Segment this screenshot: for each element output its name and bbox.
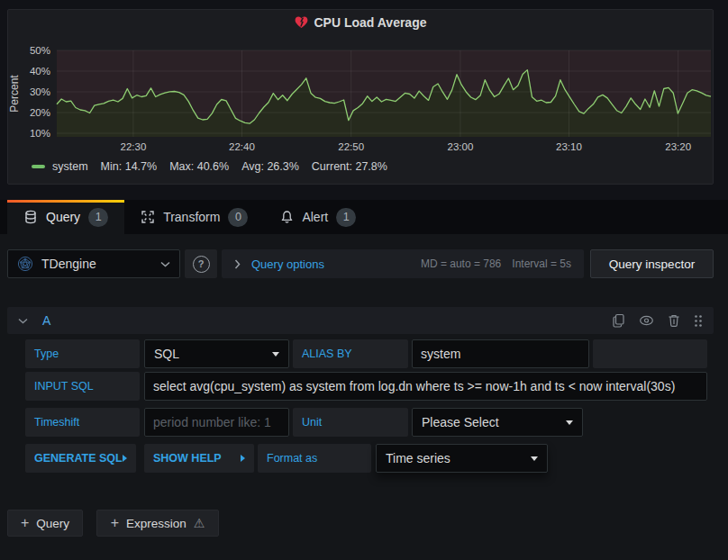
- format-as-label: Format as: [258, 444, 371, 473]
- show-help-label: SHOW HELP: [153, 452, 241, 465]
- unit-select[interactable]: Please Select: [412, 408, 583, 437]
- input-sql-field[interactable]: select avg(cpu_system) as system from lo…: [144, 372, 707, 401]
- input-sql-label: INPUT SQL: [25, 372, 140, 401]
- caret-down-icon: [272, 352, 279, 357]
- unit-label: Unit: [293, 408, 408, 437]
- svg-text:40%: 40%: [30, 66, 50, 77]
- editor-tabbar: Query 1 Transform 0 Alert 1: [0, 200, 728, 234]
- bell-icon: [280, 210, 294, 224]
- generate-sql-button[interactable]: GENERATE SQL: [25, 444, 136, 473]
- timeshift-input[interactable]: period number like: 1: [144, 408, 289, 437]
- timeshift-placeholder: period number like: 1: [153, 415, 271, 429]
- tab-query[interactable]: Query 1: [7, 200, 124, 234]
- type-select[interactable]: SQL: [144, 339, 289, 368]
- tab-label: Query: [46, 210, 80, 224]
- type-select-value: SQL: [154, 347, 272, 361]
- series-color-swatch[interactable]: [32, 165, 45, 168]
- datasource-name: TDengine: [41, 257, 152, 271]
- svg-text:22:50: 22:50: [338, 141, 364, 152]
- format-as-value: Time series: [386, 451, 531, 465]
- timeseries-chart[interactable]: 50%40%30%20%10%22:3022:4022:5023:0023:10…: [8, 35, 713, 156]
- svg-text:Percent: Percent: [8, 75, 21, 113]
- query-ref-id: A: [42, 313, 612, 328]
- cpu-load-panel: CPU Load Average 50%40%30%20%10%22:3022:…: [7, 9, 714, 185]
- svg-text:50%: 50%: [30, 45, 50, 56]
- arrow-right-icon: [123, 455, 127, 462]
- query-row-header[interactable]: A: [7, 307, 714, 334]
- input-sql-value: select avg(cpu_system) as system from lo…: [153, 379, 675, 393]
- transform-count-badge: 0: [228, 208, 248, 227]
- tab-transform[interactable]: Transform 0: [124, 200, 264, 234]
- plus-icon: +: [111, 516, 119, 530]
- query-inspector-button[interactable]: Query inspector: [590, 249, 714, 278]
- panel-title: CPU Load Average: [314, 15, 427, 30]
- legend-stat-current: Current: 27.8%: [312, 160, 387, 173]
- tdengine-logo-icon: [17, 256, 33, 272]
- unit-select-value: Please Select: [422, 415, 566, 429]
- chevron-down-icon: [160, 261, 170, 267]
- alias-by-label: ALIAS BY: [293, 339, 408, 368]
- svg-text:10%: 10%: [30, 128, 50, 139]
- row-filler-block: [593, 339, 707, 368]
- type-label: Type: [25, 339, 140, 368]
- warning-triangle-icon: ⚠: [194, 516, 205, 530]
- query-options-bar: Query options MD = auto = 786 Interval =…: [222, 249, 584, 278]
- svg-text:20%: 20%: [30, 107, 50, 118]
- add-query-label: Query: [36, 517, 69, 530]
- duplicate-query-icon[interactable]: [612, 313, 625, 328]
- alert-count-badge: 1: [336, 208, 356, 227]
- series-name[interactable]: system: [52, 160, 88, 173]
- legend-stat-max: Max: 40.6%: [169, 160, 229, 173]
- svg-text:30%: 30%: [30, 86, 50, 97]
- plus-icon: +: [21, 516, 29, 530]
- caret-down-icon: [531, 456, 538, 461]
- arrow-right-icon: [241, 455, 245, 462]
- datasource-picker[interactable]: TDengine: [7, 249, 180, 278]
- panel-header[interactable]: CPU Load Average: [8, 10, 713, 35]
- timeshift-label: Timeshift: [25, 408, 140, 437]
- svg-text:22:30: 22:30: [121, 141, 147, 152]
- transform-icon: [141, 210, 155, 224]
- alerting-heart-icon: [295, 16, 308, 29]
- tab-label: Alert: [302, 210, 328, 224]
- add-expression-label: Expression: [126, 517, 187, 530]
- tab-alert[interactable]: Alert 1: [264, 200, 372, 234]
- drag-handle-icon[interactable]: [694, 314, 703, 328]
- datasource-help-button[interactable]: ?: [185, 249, 217, 278]
- legend-stat-min: Min: 14.7%: [101, 160, 158, 173]
- caret-down-icon: [566, 420, 573, 425]
- format-as-select[interactable]: Time series: [376, 444, 548, 473]
- hide-query-eye-icon[interactable]: [639, 313, 654, 328]
- add-query-button[interactable]: + Query: [7, 510, 83, 537]
- show-help-button[interactable]: SHOW HELP: [144, 444, 254, 473]
- alias-by-input[interactable]: system: [412, 339, 589, 368]
- svg-text:23:00: 23:00: [448, 141, 474, 152]
- interval-info: Interval = 5s: [512, 257, 571, 270]
- svg-text:23:20: 23:20: [665, 141, 691, 152]
- database-icon: [23, 210, 38, 224]
- max-data-points-info: MD = auto = 786: [421, 257, 501, 270]
- query-count-badge: 1: [88, 208, 108, 227]
- svg-text:23:10: 23:10: [556, 141, 582, 152]
- generate-sql-label: GENERATE SQL: [34, 452, 123, 465]
- chart-legend: system Min: 14.7% Max: 40.6% Avg: 26.3% …: [32, 160, 387, 173]
- query-options-toggle[interactable]: Query options: [251, 257, 324, 271]
- query-editor-content: TDengine ? Query options MD = auto = 786…: [0, 234, 728, 560]
- legend-stat-avg: Avg: 26.3%: [241, 160, 299, 173]
- collapse-chevron-icon[interactable]: [18, 318, 28, 324]
- alias-by-value: system: [421, 347, 460, 361]
- chevron-right-icon: [234, 259, 241, 269]
- question-mark-icon: ?: [193, 256, 210, 273]
- delete-query-trash-icon[interactable]: [668, 313, 680, 328]
- tab-label: Transform: [163, 210, 220, 224]
- add-expression-button[interactable]: + Expression ⚠: [96, 510, 219, 537]
- svg-text:22:40: 22:40: [229, 141, 255, 152]
